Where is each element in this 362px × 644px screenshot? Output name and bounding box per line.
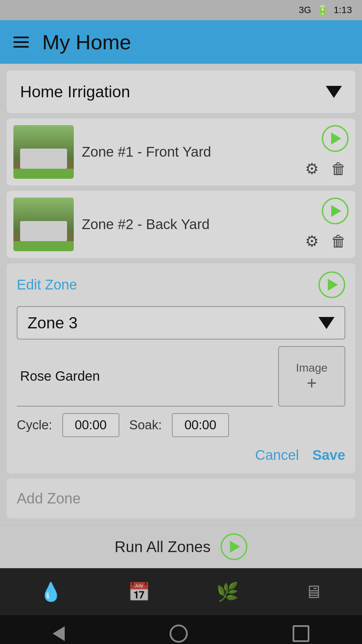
- signal-indicator: 3G: [299, 5, 311, 15]
- zone2-image: [13, 198, 74, 251]
- zone2-delete-icon[interactable]: 🗑: [328, 231, 349, 251]
- page-title: My Home: [42, 30, 131, 54]
- soak-input[interactable]: [172, 413, 229, 437]
- run-all-play-button[interactable]: [221, 533, 247, 560]
- edit-zone-card: Edit Zone Zone 3 Image + Cycle: Soak: Ca…: [7, 263, 355, 473]
- water-tab-icon: 💧: [40, 581, 62, 602]
- menu-button[interactable]: [13, 37, 29, 48]
- home-button[interactable]: [170, 625, 188, 643]
- zone-selector-arrow-icon: [318, 317, 335, 329]
- save-button[interactable]: Save: [312, 447, 345, 463]
- form-actions: Cancel Save: [17, 447, 345, 463]
- zone1-label: Zone #1 - Front Yard: [82, 144, 294, 160]
- recents-button[interactable]: [293, 625, 309, 642]
- run-all-bar: Run All Zones: [0, 525, 362, 568]
- zone1-action-buttons: ⚙ 🗑: [302, 159, 349, 179]
- schedule-tab-icon: 📅: [128, 581, 150, 602]
- irrigation-card[interactable]: Home Irrigation: [7, 70, 355, 113]
- cycle-input[interactable]: [62, 413, 119, 437]
- zone1-card: Zone #1 - Front Yard ⚙ 🗑: [7, 118, 355, 185]
- irrigation-header[interactable]: Home Irrigation: [7, 70, 355, 113]
- status-bar: 3G 🔋 1:13: [0, 0, 362, 20]
- zone1-controls: ⚙ 🗑: [302, 125, 349, 179]
- zone2-controls: ⚙ 🗑: [302, 198, 349, 251]
- edit-zone-link[interactable]: Edit Zone: [17, 277, 77, 293]
- main-content: Home Irrigation Zone #1 - Front Yard ⚙ 🗑…: [0, 64, 362, 525]
- monitor-tab[interactable]: 🖥: [304, 581, 322, 602]
- add-zone-label: Add Zone: [17, 490, 81, 506]
- add-zone-card[interactable]: Add Zone: [7, 479, 355, 518]
- zone-name-input[interactable]: [17, 346, 273, 407]
- app-header: My Home: [0, 20, 362, 64]
- image-upload-button[interactable]: Image +: [278, 346, 345, 407]
- image-upload-label: Image: [296, 361, 328, 374]
- back-button[interactable]: [53, 626, 65, 641]
- soak-label: Soak:: [129, 418, 162, 432]
- zone2-action-buttons: ⚙ 🗑: [302, 231, 349, 251]
- cancel-button[interactable]: Cancel: [255, 447, 299, 463]
- zone-selector[interactable]: Zone 3: [17, 306, 345, 339]
- schedule-tab[interactable]: 📅: [128, 581, 150, 602]
- edit-zone-header: Edit Zone: [17, 271, 345, 298]
- time-display: 1:13: [334, 5, 352, 15]
- zone1-delete-icon[interactable]: 🗑: [328, 159, 349, 179]
- cycle-soak-row: Cycle: Soak:: [17, 413, 345, 437]
- zone-form-row: Image +: [17, 346, 345, 407]
- cycle-label: Cycle:: [17, 418, 52, 432]
- image-upload-plus-icon: +: [307, 374, 317, 392]
- tab-bar: 💧 📅 🌿 🖥: [0, 568, 362, 615]
- zone2-label: Zone #2 - Back Yard: [82, 216, 294, 232]
- zone2-settings-icon[interactable]: ⚙: [302, 231, 322, 251]
- system-nav-bar: [0, 615, 362, 644]
- plant-tab[interactable]: 🌿: [216, 581, 239, 602]
- zone2-play-button[interactable]: [322, 198, 349, 224]
- zone1-image: [13, 125, 74, 179]
- edit-zone-play-button[interactable]: [318, 271, 345, 298]
- plant-tab-icon: 🌿: [216, 581, 239, 602]
- run-all-label: Run All Zones: [115, 538, 210, 556]
- water-tab[interactable]: 💧: [40, 581, 62, 602]
- zone2-card: Zone #2 - Back Yard ⚙ 🗑: [7, 191, 355, 258]
- zone1-settings-icon[interactable]: ⚙: [302, 159, 322, 179]
- monitor-tab-icon: 🖥: [304, 581, 322, 602]
- dropdown-arrow-icon[interactable]: [326, 86, 342, 98]
- zone-selector-label: Zone 3: [27, 314, 77, 332]
- zone1-play-button[interactable]: [322, 125, 349, 152]
- irrigation-title: Home Irrigation: [20, 83, 130, 101]
- battery-indicator: 🔋: [317, 5, 328, 16]
